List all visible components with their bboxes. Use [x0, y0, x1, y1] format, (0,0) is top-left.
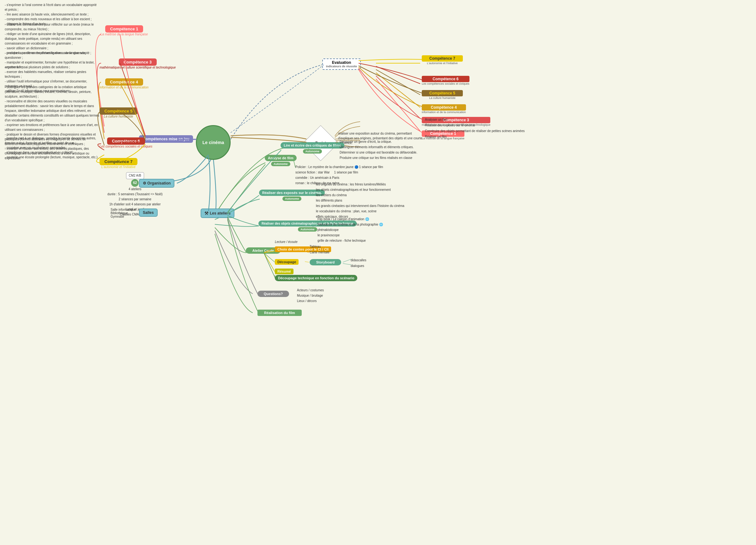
exposes-badge: Autonome [282, 197, 302, 201]
decoupage-tech-box: Découpage technique en fonction du scéna… [275, 275, 357, 281]
questions-node: Questions? [257, 291, 289, 297]
right-comp5: Compétence 5 La culture humaniste [422, 90, 463, 100]
comp5-title: Compétence 5 [105, 109, 133, 113]
lire-ecrire-box: Lire et écrire des critiques de films [281, 142, 344, 148]
rcomp6-box: Compétence 6 [422, 76, 469, 82]
didas-dialogues: didascalles dialogues [351, 257, 366, 269]
storyboard-node: Storyboard [310, 259, 341, 265]
left-comp5: Compétence 5 La culture humaniste [100, 107, 137, 118]
decoupage-box: Découpage [275, 259, 299, 265]
objets-badge: Autonome [298, 227, 317, 232]
resume-box: Résumé [275, 269, 293, 274]
left-comp6: Compétence 6 Les compétences sociales et… [100, 137, 152, 148]
evaluation-node: Evaluation Indicateurs de réussite [322, 58, 361, 70]
left-comp4: Compétence 4 information et de la commun… [100, 78, 148, 89]
comp6-title: Compétence 6 [112, 139, 140, 143]
org-label: Organisation [147, 181, 171, 185]
carte-mentale-node: Carte mentale [310, 251, 330, 254]
decoupage-technique-node: Découpage technique en fonction du scéna… [275, 275, 357, 281]
comp1-title: Compétence 1 [110, 27, 138, 31]
lecture-label: Lecture / écoute [275, 240, 298, 244]
rcomp7-box: Compétence 7 [422, 55, 463, 62]
realisation-film-node: Réalisation du film [257, 310, 302, 316]
projet-items-list: Analyser un film Réaliser des exposés su… [425, 117, 525, 140]
tableau-node: Tableau [310, 245, 321, 248]
right-comp4: Compétence 4 information et de la commun… [422, 104, 466, 114]
lire-ecrire-node: Lire et écrire des critiques de films Au… [281, 142, 344, 154]
resume-node: Résumé [275, 269, 293, 274]
decoupage-node: Découpage [275, 259, 299, 265]
comp3-title: Compétence 3 [124, 60, 152, 64]
right-comp6: Compétence 6 Les compétences sociales et… [422, 76, 469, 85]
left-comp7: Compétence 7 L'autonomie et l'initiative [100, 158, 137, 169]
left-comp3: Compétence 3 mathématiques et culture sc… [100, 58, 176, 69]
comp6-box: Compétence 6 [107, 137, 145, 145]
comp7-title: Compétence 7 [105, 159, 133, 164]
realiser-exposes-box: Réaliser des exposés sur le cinéma. [259, 190, 325, 196]
eval-title: Evaluation [326, 60, 357, 65]
rcomp4-box: Compétence 4 [422, 104, 466, 111]
comp6-label: Les compétences sociales et civiques [100, 145, 152, 148]
bullets-section6: - prendre part à un dialogue : prendre l… [5, 136, 100, 160]
ateliers-node: ⚒ Les ateliers [201, 209, 234, 218]
right-comp7: Compétence 7 L'autonomie et l'initiative [422, 55, 463, 65]
analyse-badge: Autonome [271, 162, 290, 166]
center-label: Le cinéma [203, 140, 224, 145]
organisation-node: ⚙ Organisation [139, 179, 174, 188]
left-comp1: Compétence 1 La maîtrise de la langue fr… [100, 25, 148, 36]
salles-node: Salles [139, 209, 158, 217]
lecture-ecoute-node: Lecture / écoute [275, 240, 298, 244]
rcomp5-box: Compétence 5 [422, 90, 463, 96]
lire-ecrire-items: Découvrir un genre d'écrit, la critique.… [340, 139, 417, 160]
storyboard-box: Storyboard [310, 259, 341, 265]
exposes-items: les origines du cinéma : les frères lumi… [316, 182, 404, 219]
analyse-film-node: Analyse de film Autonome [265, 155, 297, 166]
center-node: Le cinéma [196, 125, 231, 160]
analyse-film-box: Analyse de film [265, 155, 297, 161]
realisation-box: Réalisation du film [257, 310, 302, 316]
comp4-title: Compétence 4 [110, 80, 138, 84]
comp3-label: mathématiques et culture scientifique et… [100, 66, 176, 69]
comp1-label: La maîtrise de la langue française [100, 33, 148, 36]
comp5-label: La culture humaniste [104, 115, 133, 118]
questions-items: Acteurs / costumes Musique / bruitage Li… [297, 288, 324, 304]
comp7-label: L'autonomie et l'initiative [101, 165, 136, 169]
comp3-box: Compétence 3 [119, 58, 157, 66]
realiser-exposes-node: Réaliser des exposés sur le cinéma. Auto… [259, 190, 325, 201]
comp7-box: Compétence 7 [100, 158, 137, 165]
comp4-label: information et de la communication [100, 86, 148, 89]
lire-badge: Autonome [303, 149, 322, 154]
projet-items: Analyser un film Réaliser des exposés su… [425, 117, 525, 140]
comp1-box: Compétence 1 [105, 25, 143, 33]
objets-items: Flip book / Le calepin d'animation 🌐 Nai… [318, 216, 383, 243]
ateliers-label: Les ateliers [210, 211, 231, 215]
comp4-box: Compétence 4 [105, 78, 143, 86]
questions-box: Questions? [257, 291, 289, 297]
comp5-box: Compétence 5 [100, 107, 137, 115]
salles-items: Salle informatique Bibliothèque Gymnase [111, 208, 136, 218]
eval-sub: Indicateurs de réussite [326, 65, 357, 68]
